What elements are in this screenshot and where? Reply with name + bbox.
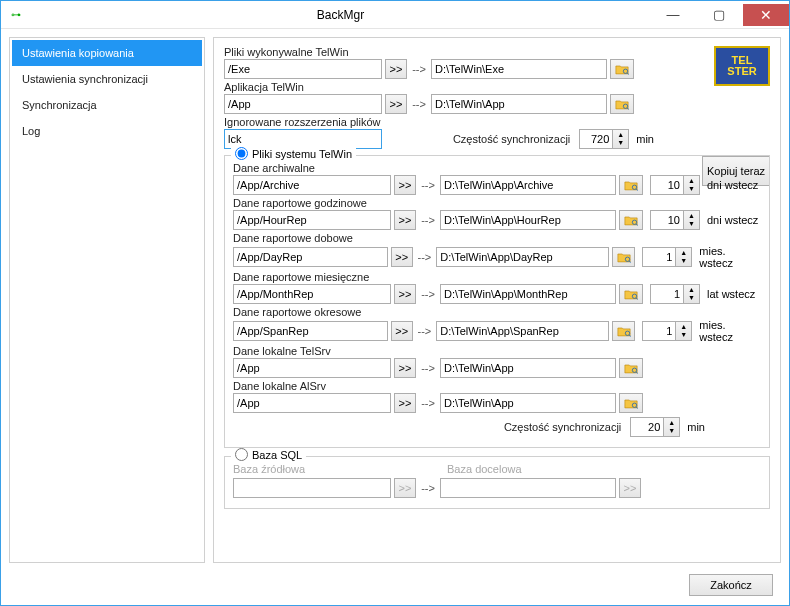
- dst-input[interactable]: [436, 321, 609, 341]
- radio-sql[interactable]: [235, 448, 248, 461]
- app-dst-browse[interactable]: [610, 94, 634, 114]
- arrow-icon: -->: [419, 362, 437, 374]
- app-src-input[interactable]: [224, 94, 382, 114]
- dst-input[interactable]: [440, 393, 616, 413]
- dst-input[interactable]: [440, 358, 616, 378]
- src-input[interactable]: [233, 358, 391, 378]
- group-sql: Baza SQL Baza źródłowa Baza docelowa >> …: [224, 456, 770, 509]
- dst-input[interactable]: [440, 210, 616, 230]
- finish-button[interactable]: Zakończ: [689, 574, 773, 596]
- svg-line-13: [629, 335, 631, 337]
- exe-dst-input[interactable]: [431, 59, 607, 79]
- retention-value[interactable]: [650, 210, 684, 230]
- src-browse[interactable]: >>: [394, 358, 416, 378]
- exe-src-input[interactable]: [224, 59, 382, 79]
- exe-src-browse[interactable]: >>: [385, 59, 407, 79]
- src-browse[interactable]: >>: [394, 210, 416, 230]
- dst-input[interactable]: [440, 284, 616, 304]
- src-browse[interactable]: >>: [394, 393, 416, 413]
- src-input[interactable]: [233, 210, 391, 230]
- exe-label: Pliki wykonywalne TelWin: [224, 46, 654, 58]
- dst-browse[interactable]: [619, 210, 643, 230]
- arrow-icon: -->: [410, 98, 428, 110]
- retention-spinner[interactable]: ▲▼: [650, 175, 700, 195]
- spinner-buttons[interactable]: ▲▼: [684, 284, 700, 304]
- spinner-buttons[interactable]: ▲▼: [684, 175, 700, 195]
- files-freq-spinner[interactable]: ▲▼: [630, 417, 680, 437]
- src-browse[interactable]: >>: [391, 247, 413, 267]
- dst-browse[interactable]: [619, 358, 643, 378]
- file-row: >> -->: [233, 358, 761, 378]
- spinner-buttons[interactable]: ▲▼: [684, 210, 700, 230]
- file-row: >> --> ▲▼mies. wstecz: [233, 245, 761, 269]
- src-input[interactable]: [233, 284, 391, 304]
- arrow-icon: -->: [419, 288, 437, 300]
- dst-browse[interactable]: [612, 247, 636, 267]
- arrow-icon: -->: [419, 482, 437, 494]
- radio-telwin-files[interactable]: [235, 147, 248, 160]
- spinner-buttons[interactable]: ▲▼: [676, 247, 692, 267]
- file-row: >> --> ▲▼lat wstecz: [233, 284, 761, 304]
- freq-spinner[interactable]: ▲▼: [579, 129, 629, 149]
- files-freq-value[interactable]: [630, 417, 664, 437]
- file-row-label: Dane lokalne TelSrv: [233, 345, 761, 357]
- app-label: Aplikacja TelWin: [224, 81, 654, 93]
- retention-value[interactable]: [650, 284, 684, 304]
- spinner-buttons[interactable]: ▲▼: [676, 321, 692, 341]
- src-input[interactable]: [233, 175, 391, 195]
- maximize-button[interactable]: ▢: [696, 4, 742, 26]
- src-input[interactable]: [233, 247, 388, 267]
- arrow-icon: -->: [419, 397, 437, 409]
- sidebar-item-sync[interactable]: Synchronizacja: [12, 92, 202, 118]
- group-sql-legend: Baza SQL: [252, 449, 302, 461]
- arrow-icon: -->: [416, 325, 434, 337]
- spinner-buttons[interactable]: ▲▼: [613, 129, 629, 149]
- src-input[interactable]: [233, 321, 388, 341]
- close-button[interactable]: ✕: [743, 4, 789, 26]
- spinner-buttons[interactable]: ▲▼: [664, 417, 680, 437]
- svg-line-1: [627, 73, 629, 75]
- app-dst-input[interactable]: [431, 94, 607, 114]
- retention-spinner[interactable]: ▲▼: [650, 210, 700, 230]
- dst-browse[interactable]: [612, 321, 636, 341]
- src-browse[interactable]: >>: [394, 284, 416, 304]
- group-telwin-files: Pliki systemu TelWin Dane archiwalne >> …: [224, 155, 770, 448]
- dst-browse[interactable]: [619, 175, 643, 195]
- sidebar-item-sync-settings[interactable]: Ustawienia synchronizacji: [12, 66, 202, 92]
- main-panel: TEL STER Kopiuj teraz Pliki wykonywalne …: [213, 37, 781, 563]
- svg-line-7: [636, 224, 638, 226]
- titlebar: ⊶ BackMgr — ▢ ✕: [1, 1, 789, 29]
- file-row: >> --> ▲▼dni wstecz: [233, 175, 761, 195]
- src-browse[interactable]: >>: [394, 175, 416, 195]
- file-row: >> --> ▲▼mies. wstecz: [233, 319, 761, 343]
- sql-src-label: Baza źródłowa: [233, 463, 415, 475]
- retention-value[interactable]: [642, 247, 676, 267]
- file-row-label: Dane raportowe okresowe: [233, 306, 761, 318]
- retention-unit: dni wstecz: [707, 214, 758, 226]
- retention-unit: lat wstecz: [707, 288, 755, 300]
- dst-browse[interactable]: [619, 393, 643, 413]
- dst-input[interactable]: [440, 175, 616, 195]
- file-row-label: Dane lokalne AlSrv: [233, 380, 761, 392]
- src-browse[interactable]: >>: [391, 321, 413, 341]
- min-unit: min: [636, 133, 654, 145]
- freq-label: Częstość synchronizacji: [453, 133, 570, 145]
- retention-spinner[interactable]: ▲▼: [642, 321, 692, 341]
- svg-line-3: [627, 108, 629, 110]
- sidebar-item-log[interactable]: Log: [12, 118, 202, 144]
- dst-input[interactable]: [436, 247, 609, 267]
- ignored-ext-label: Ignorowane rozszerzenia plików: [224, 116, 654, 128]
- ignored-ext-input[interactable]: [224, 129, 382, 149]
- app-src-browse[interactable]: >>: [385, 94, 407, 114]
- retention-spinner[interactable]: ▲▼: [650, 284, 700, 304]
- freq-value[interactable]: [579, 129, 613, 149]
- exe-dst-browse[interactable]: [610, 59, 634, 79]
- sidebar-item-copy-settings[interactable]: Ustawienia kopiowania: [12, 40, 202, 66]
- arrow-icon: -->: [419, 214, 437, 226]
- retention-value[interactable]: [642, 321, 676, 341]
- retention-value[interactable]: [650, 175, 684, 195]
- minimize-button[interactable]: —: [650, 4, 696, 26]
- dst-browse[interactable]: [619, 284, 643, 304]
- retention-spinner[interactable]: ▲▼: [642, 247, 692, 267]
- src-input[interactable]: [233, 393, 391, 413]
